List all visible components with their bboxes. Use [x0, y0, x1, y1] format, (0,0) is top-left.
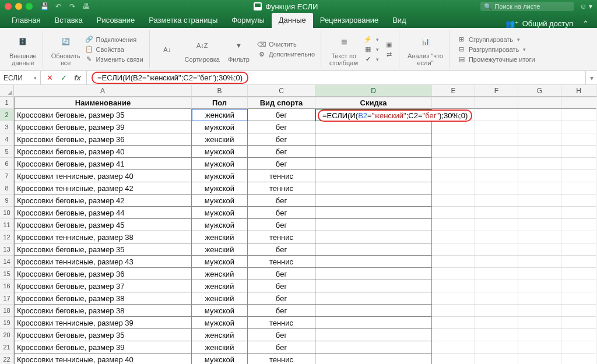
cell-E22[interactable]	[432, 354, 475, 364]
cell-D11[interactable]	[315, 219, 432, 231]
cell-A6[interactable]: Кроссовки беговые, размер 41	[14, 158, 192, 170]
cell-H5[interactable]	[561, 146, 596, 158]
cell-C8[interactable]: теннис	[248, 182, 315, 195]
cell-E8[interactable]	[432, 182, 475, 195]
cell-F10[interactable]	[475, 207, 518, 219]
sheet-search[interactable]: 🔍 Поиск на листе	[480, 2, 574, 11]
cell-G2[interactable]	[518, 109, 561, 121]
column-header-H[interactable]: H	[561, 85, 596, 96]
cell-D8[interactable]	[315, 182, 432, 195]
cell-A11[interactable]: Кроссовки беговые, размер 45	[14, 219, 192, 231]
cells-grid[interactable]: НаименованиеПолВид спортаСкидкаКроссовки…	[14, 97, 597, 364]
cell-B4[interactable]: женский	[192, 133, 248, 146]
column-header-E[interactable]: E	[432, 85, 475, 96]
cell-A20[interactable]: Кроссовки беговые, размер 35	[14, 329, 192, 341]
row-header-3[interactable]: 3	[0, 121, 13, 133]
edit-links-button[interactable]: ✎Изменить связи	[85, 55, 143, 63]
cell-D10[interactable]	[315, 207, 432, 219]
cell-H8[interactable]	[561, 182, 596, 195]
cell-H15[interactable]	[561, 268, 596, 280]
cell-H20[interactable]	[561, 329, 596, 341]
cell-B21[interactable]: женский	[192, 341, 248, 354]
cell-G21[interactable]	[518, 341, 561, 354]
what-if-group[interactable]: 📊 Анализ "что если"	[402, 30, 449, 68]
cell-H2[interactable]	[561, 109, 596, 121]
cell-D20[interactable]	[315, 329, 432, 341]
cell-B10[interactable]: мужской	[192, 207, 248, 219]
cell-A13[interactable]: Кроссовки беговые, размер 35	[14, 243, 192, 256]
header-cell-B[interactable]: Пол	[192, 97, 248, 109]
cell-D21[interactable]	[315, 341, 432, 354]
cell-G11[interactable]	[518, 219, 561, 231]
cell-E18[interactable]	[432, 305, 475, 317]
cell-H18[interactable]	[561, 305, 596, 317]
cell-F5[interactable]	[475, 146, 518, 158]
cell-E19[interactable]	[432, 317, 475, 329]
cell-C17[interactable]: бег	[248, 292, 315, 305]
cell-A9[interactable]: Кроссовки беговые, размер 42	[14, 195, 192, 207]
redo-icon[interactable]: ↷	[68, 2, 77, 11]
row-header-2[interactable]: 2	[0, 109, 13, 121]
cell-H13[interactable]	[561, 243, 596, 256]
header-cell-E[interactable]	[432, 97, 475, 109]
enter-button[interactable]: ✓	[58, 73, 69, 83]
cell-C16[interactable]: бег	[248, 280, 315, 292]
cell-H6[interactable]	[561, 158, 596, 170]
cell-H4[interactable]	[561, 133, 596, 146]
header-cell-C[interactable]: Вид спорта	[248, 97, 315, 109]
subtotal-button[interactable]: ▤Промежуточные итоги	[458, 55, 535, 63]
cell-F17[interactable]	[475, 292, 518, 305]
name-box-dropdown-icon[interactable]: ▾	[34, 75, 37, 81]
cell-B19[interactable]: мужской	[192, 317, 248, 329]
column-header-G[interactable]: G	[518, 85, 561, 96]
cell-C18[interactable]: бег	[248, 305, 315, 317]
sort-asc-button[interactable]: A↓	[158, 40, 177, 59]
cell-G12[interactable]	[518, 231, 561, 243]
cell-G9[interactable]	[518, 195, 561, 207]
ungroup-button[interactable]: ⊟Разгруппировать▾	[458, 45, 526, 54]
cell-A19[interactable]: Кроссовки теннисные, размер 39	[14, 317, 192, 329]
refresh-all-button[interactable]: 🔄 Обновить все	[51, 33, 80, 66]
expand-formula-bar-button[interactable]: ▾	[585, 71, 597, 84]
cell-G22[interactable]	[518, 354, 561, 364]
external-data-group[interactable]: 🗄️ Внешние данные	[3, 30, 43, 68]
cell-G8[interactable]	[518, 182, 561, 195]
cell-F15[interactable]	[475, 268, 518, 280]
cancel-button[interactable]: ✕	[44, 73, 55, 83]
cell-E20[interactable]	[432, 329, 475, 341]
cell-B13[interactable]: женский	[192, 243, 248, 256]
remove-dup-button[interactable]: ▦▾	[364, 45, 379, 54]
cell-G3[interactable]	[518, 121, 561, 133]
cell-B18[interactable]: мужской	[192, 305, 248, 317]
cell-A8[interactable]: Кроссовки теннисные, размер 42	[14, 182, 192, 195]
undo-icon[interactable]: ↶	[54, 2, 63, 11]
cell-G14[interactable]	[518, 256, 561, 268]
row-header-22[interactable]: 22	[0, 354, 13, 364]
cell-A21[interactable]: Кроссовки беговые, размер 39	[14, 341, 192, 354]
cell-D22[interactable]	[315, 354, 432, 364]
cell-E3[interactable]	[432, 121, 475, 133]
cell-C9[interactable]: бег	[248, 195, 315, 207]
cell-E17[interactable]	[432, 292, 475, 305]
print-icon[interactable]: 🖶	[82, 2, 91, 11]
row-header-7[interactable]: 7	[0, 170, 13, 182]
tab-вид[interactable]: Вид	[385, 13, 413, 28]
clear-filter-button[interactable]: ⌫Очистить	[258, 40, 315, 48]
cell-G5[interactable]	[518, 146, 561, 158]
row-header-19[interactable]: 19	[0, 317, 13, 329]
cell-A16[interactable]: Кроссовки беговые, размер 37	[14, 280, 192, 292]
cell-B22[interactable]: мужской	[192, 354, 248, 364]
cell-D4[interactable]	[315, 133, 432, 146]
relationships-button[interactable]: ⇄	[385, 50, 393, 58]
cell-B15[interactable]: женский	[192, 268, 248, 280]
cell-F12[interactable]	[475, 231, 518, 243]
cell-H22[interactable]	[561, 354, 596, 364]
row-header-18[interactable]: 18	[0, 305, 13, 317]
cell-B3[interactable]: мужской	[192, 121, 248, 133]
cell-C19[interactable]: теннис	[248, 317, 315, 329]
cell-C11[interactable]: бег	[248, 219, 315, 231]
tab-главная[interactable]: Главная	[5, 13, 47, 28]
cell-A15[interactable]: Кроссовки беговые, размер 36	[14, 268, 192, 280]
filter-button[interactable]: ▼Фильтр	[228, 36, 250, 63]
cell-H16[interactable]	[561, 280, 596, 292]
